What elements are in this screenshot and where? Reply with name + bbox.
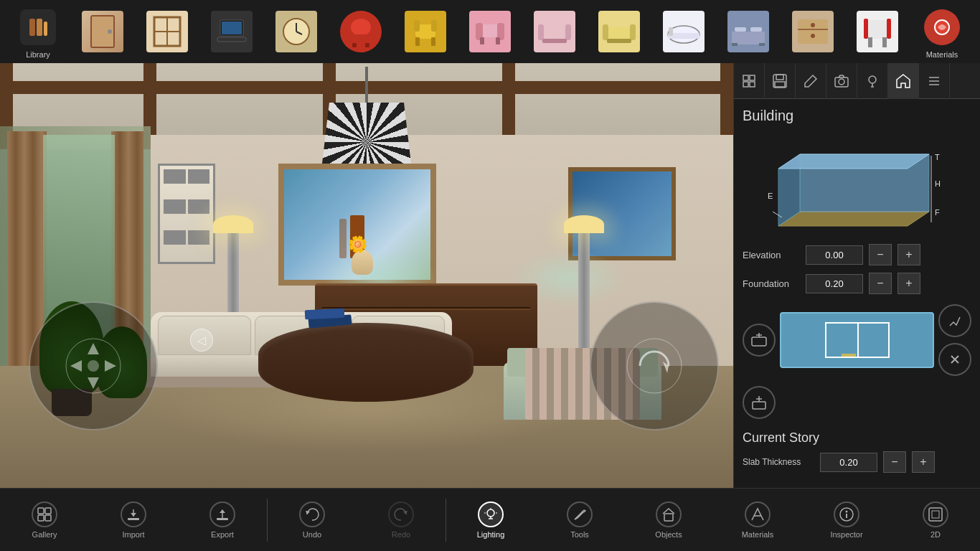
furniture-bathtub[interactable] xyxy=(651,6,716,57)
furniture-chair-red2[interactable] xyxy=(845,6,910,57)
tool-object[interactable] xyxy=(734,63,765,99)
viewport[interactable]: 🌼 xyxy=(0,63,733,488)
svg-rect-20 xyxy=(431,20,437,32)
svg-marker-56 xyxy=(88,343,99,354)
svg-text:E: E xyxy=(768,192,773,200)
svg-rect-41 xyxy=(735,27,746,32)
furniture-sofa-pink[interactable] xyxy=(522,6,587,57)
svg-rect-30 xyxy=(565,24,571,40)
elevation-label: Elevation xyxy=(743,250,800,260)
furniture-window[interactable] xyxy=(135,6,199,57)
lighting-button[interactable]: Lighting xyxy=(446,489,535,552)
top-toolbar: Library xyxy=(0,0,980,63)
nav-control-left[interactable]: ◁ xyxy=(190,329,213,352)
svg-point-72 xyxy=(869,76,876,83)
tool-paint[interactable] xyxy=(796,63,826,99)
slab-label: Slab Thickness xyxy=(743,457,814,467)
tool-list[interactable] xyxy=(919,63,950,99)
svg-rect-97 xyxy=(45,508,51,514)
tool-save[interactable] xyxy=(765,63,796,99)
delete-floor-button[interactable] xyxy=(938,343,971,376)
svg-marker-58 xyxy=(70,360,82,372)
bottom-bar: Gallery Import Export Undo Redo Lighting xyxy=(0,488,980,551)
tool-camera[interactable] xyxy=(826,63,857,99)
furniture-door[interactable] xyxy=(70,6,135,57)
2d-button[interactable]: 2D xyxy=(891,489,980,552)
svg-rect-21 xyxy=(415,37,420,46)
svg-rect-35 xyxy=(607,39,631,43)
edit-floor-button[interactable] xyxy=(938,304,971,337)
svg-rect-43 xyxy=(732,43,738,46)
svg-rect-19 xyxy=(414,20,420,32)
materials-bottom-button[interactable]: Materials xyxy=(713,489,802,552)
export-button[interactable]: Export xyxy=(178,489,267,552)
svg-rect-99 xyxy=(45,515,51,521)
svg-marker-76 xyxy=(778,212,929,226)
svg-rect-1 xyxy=(37,19,42,36)
elevation-plus[interactable]: + xyxy=(897,244,920,265)
furniture-sofa-yellow[interactable] xyxy=(587,6,651,57)
foundation-plus[interactable]: + xyxy=(897,273,920,294)
gallery-button[interactable]: Gallery xyxy=(0,489,89,552)
svg-rect-0 xyxy=(29,19,35,36)
tool-home[interactable] xyxy=(888,63,919,99)
materials-button[interactable]: Materials xyxy=(910,1,974,62)
tool-light[interactable] xyxy=(857,63,888,99)
slab-input[interactable] xyxy=(820,453,877,472)
foundation-input[interactable] xyxy=(806,274,863,293)
floorplan-preview[interactable] xyxy=(780,312,934,368)
svg-marker-104 xyxy=(306,511,310,514)
svg-marker-57 xyxy=(88,377,99,389)
svg-rect-64 xyxy=(750,75,755,80)
furniture-chair-red[interactable] xyxy=(329,6,393,57)
svg-rect-2 xyxy=(44,22,47,36)
svg-rect-65 xyxy=(743,82,748,87)
panel-toolbar xyxy=(734,63,980,99)
svg-rect-50 xyxy=(864,19,868,39)
svg-rect-31 xyxy=(542,39,567,43)
svg-text:T: T xyxy=(935,153,940,161)
furniture-laptop[interactable] xyxy=(199,6,264,57)
svg-rect-101 xyxy=(128,518,139,520)
furniture-clock[interactable] xyxy=(264,6,329,57)
svg-rect-44 xyxy=(759,43,765,46)
svg-rect-69 xyxy=(775,82,785,87)
furniture-dresser[interactable] xyxy=(781,6,845,57)
svg-rect-26 xyxy=(480,37,484,44)
svg-rect-29 xyxy=(538,24,544,40)
redo-button: Redo xyxy=(357,489,446,552)
svg-rect-39 xyxy=(732,30,765,44)
svg-rect-53 xyxy=(882,37,887,47)
foundation-minus[interactable]: − xyxy=(869,273,892,294)
svg-text:F: F xyxy=(935,208,940,217)
add-floor-button[interactable] xyxy=(743,324,776,357)
undo-button[interactable]: Undo xyxy=(268,489,357,552)
slab-minus[interactable]: − xyxy=(883,451,906,473)
inspector-button[interactable]: Inspector xyxy=(802,489,891,552)
objects-button[interactable]: Objects xyxy=(624,489,713,552)
nav-control-move[interactable] xyxy=(29,301,158,430)
svg-rect-42 xyxy=(750,27,762,32)
furniture-chair-pink[interactable] xyxy=(458,6,522,57)
svg-rect-34 xyxy=(630,24,636,40)
svg-rect-15 xyxy=(354,34,368,44)
svg-marker-105 xyxy=(403,511,407,514)
elevation-input[interactable] xyxy=(806,245,863,265)
library-button[interactable]: Library xyxy=(6,1,70,62)
import-button[interactable]: Import xyxy=(89,489,178,552)
svg-rect-22 xyxy=(431,37,435,46)
furniture-chair-yellow[interactable] xyxy=(393,6,458,57)
foundation-label: Foundation xyxy=(743,278,800,289)
furniture-bed[interactable] xyxy=(716,6,781,57)
svg-rect-63 xyxy=(743,75,748,80)
svg-point-48 xyxy=(811,34,815,38)
elevation-minus[interactable]: − xyxy=(869,244,892,265)
add-story-button[interactable] xyxy=(743,386,776,419)
nav-control-rotate[interactable] xyxy=(590,301,719,430)
svg-rect-98 xyxy=(38,515,44,521)
svg-rect-116 xyxy=(929,508,942,521)
svg-rect-49 xyxy=(868,20,887,39)
svg-rect-112 xyxy=(664,514,673,521)
tools-button[interactable]: Tools xyxy=(535,489,624,552)
slab-plus[interactable]: + xyxy=(912,451,935,473)
